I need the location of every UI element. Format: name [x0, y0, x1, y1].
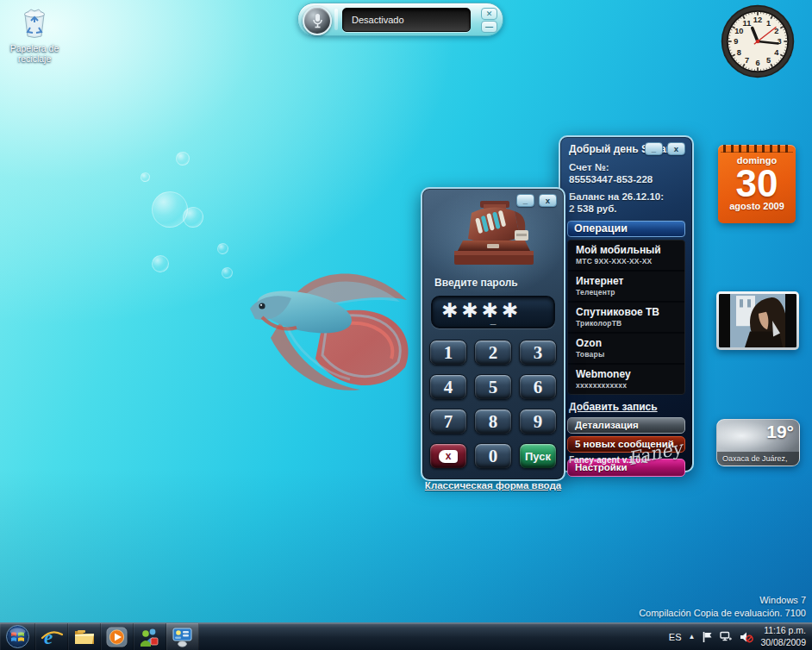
close-icon: x [674, 145, 678, 153]
volume-muted-icon[interactable] [740, 631, 753, 643]
language-indicator[interactable]: ES [669, 632, 682, 642]
add-record-link[interactable]: Добавить запись [569, 401, 685, 413]
start-key[interactable]: Пуск [519, 443, 557, 469]
operation-subtitle: МТС 9XX-XXX-XX-XX [576, 257, 677, 266]
close-icon: x [546, 197, 550, 205]
gadgets-panel-icon [172, 627, 193, 647]
speech-status-bar: Desactivado [342, 8, 471, 32]
weather-location: Oaxaca de Juárez, M... [717, 452, 799, 466]
svg-text:3: 3 [778, 37, 782, 46]
key-7[interactable]: 7 [429, 409, 467, 434]
bubble [141, 172, 150, 182]
start-button[interactable] [0, 623, 35, 650]
folder-icon [73, 628, 96, 647]
speech-status-text: Desactivado [352, 15, 404, 25]
minimize-icon: — [485, 23, 493, 31]
speech-recognition-widget: Desactivado ✕ — [297, 3, 503, 36]
analog-clock-icon: 123456789101112 [720, 3, 796, 79]
account-number: 85553447-853-228 [569, 173, 685, 185]
calendar-spiral [721, 145, 793, 153]
clock-gadget[interactable]: 123456789101112 [720, 3, 796, 79]
backspace-icon: x [439, 450, 459, 463]
operation-item-mobile[interactable]: Мой мобильный МТС 9XX-XXX-XX-XX [568, 241, 684, 272]
windows-start-orb-icon [6, 625, 29, 648]
key-4[interactable]: 4 [429, 374, 467, 400]
operation-item-internet[interactable]: Интернет Телецентр [568, 272, 684, 303]
taskbar-messenger-agent[interactable] [134, 623, 166, 650]
slideshow-gadget[interactable] [716, 291, 799, 350]
key-1[interactable]: 1 [429, 340, 467, 366]
recycle-bin[interactable]: Papelera de reciclaje [7, 7, 62, 64]
cash-register-image [442, 199, 544, 272]
calendar-gadget[interactable]: domingo 30 agosto 2009 [718, 145, 796, 223]
bubble [183, 207, 203, 228]
key-8[interactable]: 8 [474, 409, 512, 434]
svg-text:10: 10 [734, 27, 743, 35]
operations-header[interactable]: Операции [567, 221, 685, 237]
operation-item-satellite-tv[interactable]: Спутниковое ТВ ТриколорТВ [568, 303, 684, 334]
weather-gadget[interactable]: 19° Oaxaca de Juárez, M... [716, 419, 800, 466]
tray-clock[interactable]: 11:16 p.m. 30/08/2009 [760, 625, 806, 647]
calendar-month-year: agosto 2009 [718, 201, 796, 211]
watermark-os: Windows 7 [639, 594, 806, 607]
recycle-bin-label: Papelera de reciclaje [7, 43, 62, 64]
numeric-keypad: 1 2 3 4 5 6 7 8 9 x 0 Пуск [422, 340, 564, 469]
agent-minimize-button[interactable]: _ [645, 142, 663, 155]
action-center-flag-icon[interactable] [702, 631, 713, 643]
svg-text:5: 5 [766, 56, 771, 65]
speech-close-button[interactable]: ✕ [481, 8, 497, 20]
minimize-icon: _ [652, 145, 656, 153]
svg-text:12: 12 [753, 16, 762, 24]
text-caret: _ [490, 314, 497, 326]
key-5[interactable]: 5 [474, 374, 512, 400]
messenger-people-icon [139, 627, 160, 647]
password-minimize-button[interactable]: _ [516, 194, 534, 207]
password-mask: ✱✱✱✱ [441, 299, 522, 322]
key-2[interactable]: 2 [474, 340, 512, 366]
bubble [176, 152, 190, 166]
classic-input-link[interactable]: Классическая форма ввода [422, 480, 564, 491]
operation-title: Webmoney [576, 368, 677, 380]
operation-subtitle: Товары [576, 350, 677, 359]
build-watermark: Windows 7 Compilación Copia de evaluació… [639, 594, 806, 620]
key-0[interactable]: 0 [474, 443, 512, 469]
operation-subtitle: ТриколорТВ [576, 319, 677, 328]
operations-list: Мой мобильный МТС 9XX-XXX-XX-XX Интернет… [567, 240, 685, 395]
key-6[interactable]: 6 [519, 374, 557, 400]
taskbar-gadgets-app[interactable] [166, 623, 199, 650]
details-button[interactable]: Детализация [567, 417, 685, 434]
key-9[interactable]: 9 [519, 409, 557, 434]
tray-time: 11:16 p.m. [760, 625, 806, 636]
operation-subtitle: Телецентр [576, 288, 677, 297]
password-close-button[interactable]: x [539, 194, 557, 207]
desktop: Papelera de reciclaje Desactivado ✕ — [0, 0, 812, 650]
taskbar-internet-explorer[interactable]: e [35, 623, 68, 650]
bubble [152, 191, 188, 228]
key-3[interactable]: 3 [519, 340, 557, 366]
internet-explorer-icon: e [41, 627, 63, 647]
svg-text:6: 6 [755, 59, 759, 67]
password-prompt: Введите пароль [434, 277, 564, 289]
svg-text:11: 11 [743, 19, 752, 28]
operation-title: Ozon [576, 337, 677, 349]
speech-minimize-button[interactable]: — [481, 21, 497, 33]
show-hidden-icons-chevron[interactable]: ▲ [689, 633, 696, 641]
backspace-key[interactable]: x [429, 443, 467, 469]
svg-text:8: 8 [737, 48, 741, 57]
operation-title: Спутниковое ТВ [576, 306, 677, 318]
password-input[interactable]: ✱✱✱✱ _ [431, 296, 555, 328]
svg-text:9: 9 [734, 37, 738, 46]
slideshow-photo [719, 294, 796, 347]
operation-title: Интернет [576, 275, 677, 287]
taskbar-media-player[interactable] [101, 623, 134, 650]
agent-close-button[interactable]: x [667, 142, 685, 155]
operation-item-webmoney[interactable]: Webmoney xxxxxxxxxxxx [568, 365, 684, 394]
calendar-day: 30 [718, 165, 796, 203]
operation-item-ozon[interactable]: Ozon Товары [568, 334, 684, 365]
taskbar-explorer-folder[interactable] [68, 623, 101, 650]
network-icon[interactable] [720, 631, 733, 642]
microphone-button[interactable] [303, 6, 332, 35]
close-icon: ✕ [486, 10, 493, 18]
watermark-build: Compilación Copia de evaluación. 7100 [639, 607, 806, 620]
password-window: _ x [421, 187, 565, 481]
